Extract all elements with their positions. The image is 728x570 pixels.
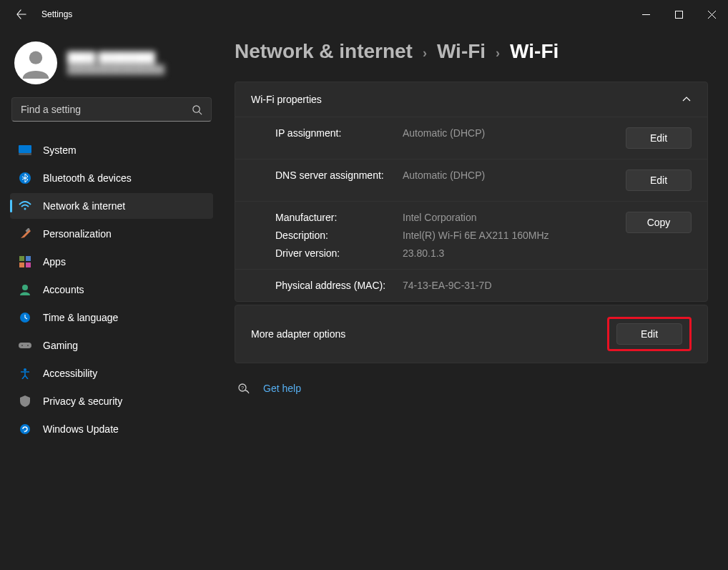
nav-label: Gaming [43, 340, 78, 351]
dns-assignment-row: DNS server assignment: Automatic (DHCP) … [235, 159, 707, 201]
search-icon [192, 104, 202, 115]
shield-icon [19, 395, 31, 408]
nav-label: Personalization [43, 228, 112, 240]
sidebar-item-gaming[interactable]: Gaming [10, 333, 213, 358]
nav-label: Accessibility [43, 368, 97, 379]
driver-label: Driver version: [275, 247, 397, 259]
mac-value: 74-13-EA-9C-31-7D [403, 280, 692, 291]
account-icon [19, 283, 31, 296]
get-help-link[interactable]: Get help [263, 383, 301, 394]
nav-label: System [43, 144, 77, 156]
clock-icon [19, 311, 31, 324]
nav-label: Accounts [43, 284, 84, 295]
avatar [14, 41, 57, 84]
copy-button[interactable]: Copy [626, 212, 692, 233]
description-value: Intel(R) Wi-Fi 6E AX211 160MHz [403, 230, 620, 241]
svg-rect-11 [26, 256, 31, 261]
titlebar: Settings [0, 0, 728, 29]
minimize-button[interactable] [629, 0, 662, 29]
breadcrumb: Network & internet › Wi-Fi › Wi-Fi [235, 40, 708, 63]
close-button[interactable] [695, 0, 728, 29]
svg-point-19 [24, 368, 26, 371]
search-box[interactable] [11, 97, 212, 122]
breadcrumb-wifi-parent[interactable]: Wi-Fi [437, 40, 486, 63]
svg-text:?: ? [241, 385, 244, 390]
svg-rect-1 [675, 11, 682, 18]
wifi-properties-header[interactable]: Wi-Fi properties [235, 82, 707, 117]
back-button[interactable] [10, 3, 33, 26]
svg-rect-10 [19, 256, 24, 261]
nav-label: Time & language [43, 312, 118, 323]
hardware-row: Manufacturer: Description: Driver versio… [235, 201, 707, 269]
nav-label: Apps [43, 256, 66, 267]
sidebar-item-update[interactable]: Windows Update [10, 416, 213, 442]
nav-label: Windows Update [43, 423, 119, 435]
svg-point-2 [29, 51, 42, 64]
svg-point-14 [22, 285, 28, 290]
svg-rect-5 [19, 145, 31, 153]
manufacturer-value: Intel Corporation [403, 212, 620, 223]
description-label: Description: [275, 230, 397, 241]
dns-assignment-label: DNS server assignment: [275, 169, 397, 181]
wifi-properties-card: Wi-Fi properties IP assignment: Automati… [235, 82, 708, 302]
more-adapter-row: More adapter options Edit [235, 305, 708, 363]
svg-point-18 [27, 345, 29, 346]
manufacturer-label: Manufacturer: [275, 212, 397, 223]
accessibility-icon [19, 367, 31, 380]
sidebar-item-accessibility[interactable]: Accessibility [10, 360, 213, 386]
svg-point-8 [24, 208, 26, 210]
chevron-right-icon: › [496, 46, 500, 61]
maximize-icon [675, 11, 683, 19]
main-content: Network & internet › Wi-Fi › Wi-Fi Wi-Fi… [222, 29, 728, 570]
arrow-left-icon [16, 9, 26, 19]
sidebar-item-system[interactable]: System [10, 137, 213, 163]
svg-point-3 [193, 105, 200, 112]
svg-rect-6 [19, 153, 31, 155]
mac-row: Physical address (MAC): 74-13-EA-9C-31-7… [235, 269, 707, 301]
ip-assignment-row: IP assignment: Automatic (DHCP) Edit [235, 117, 707, 159]
close-icon [708, 11, 716, 19]
profile-name: ████ ████████ [67, 51, 164, 63]
sidebar-nav: System Bluetooth & devices Network & int… [10, 137, 213, 442]
sidebar-item-apps[interactable]: Apps [10, 249, 213, 275]
search-input[interactable] [21, 104, 192, 115]
chevron-up-icon [682, 94, 692, 104]
apps-icon [19, 255, 31, 268]
more-adapter-label: More adapter options [251, 328, 345, 340]
chevron-right-icon: › [423, 46, 427, 61]
profile-block[interactable]: ████ ████████ ████████████████ [10, 36, 213, 97]
minimize-icon [642, 11, 650, 19]
bluetooth-icon [19, 172, 31, 185]
svg-line-4 [199, 112, 202, 114]
sidebar: ████ ████████ ████████████████ System Bl… [0, 29, 222, 570]
profile-email: ████████████████ [67, 64, 164, 74]
nav-label: Bluetooth & devices [43, 172, 132, 184]
svg-rect-13 [26, 262, 31, 267]
svg-rect-16 [19, 343, 31, 348]
ip-assignment-value: Automatic (DHCP) [403, 127, 620, 139]
breadcrumb-network[interactable]: Network & internet [235, 40, 413, 63]
wifi-icon [19, 200, 31, 212]
sidebar-item-bluetooth[interactable]: Bluetooth & devices [10, 165, 213, 191]
sidebar-item-accounts[interactable]: Accounts [10, 277, 213, 303]
person-icon [20, 47, 51, 79]
ip-edit-button[interactable]: Edit [626, 127, 692, 149]
dns-edit-button[interactable]: Edit [626, 169, 692, 191]
mac-label: Physical address (MAC): [275, 280, 397, 291]
help-icon: ? [237, 382, 250, 395]
sidebar-item-privacy[interactable]: Privacy & security [10, 388, 213, 414]
driver-value: 23.80.1.3 [403, 247, 620, 259]
update-icon [19, 423, 31, 436]
monitor-icon [19, 144, 31, 157]
highlight-annotation: Edit [607, 317, 692, 351]
svg-rect-12 [19, 262, 24, 267]
more-adapter-edit-button[interactable]: Edit [616, 323, 682, 345]
sidebar-item-time[interactable]: Time & language [10, 305, 213, 330]
ip-assignment-label: IP assignment: [275, 127, 397, 139]
paintbrush-icon [19, 227, 31, 240]
sidebar-item-network[interactable]: Network & internet [10, 193, 213, 219]
nav-label: Network & internet [43, 200, 125, 212]
maximize-button[interactable] [662, 0, 695, 29]
help-row: ? Get help [237, 382, 708, 395]
sidebar-item-personalization[interactable]: Personalization [10, 221, 213, 247]
